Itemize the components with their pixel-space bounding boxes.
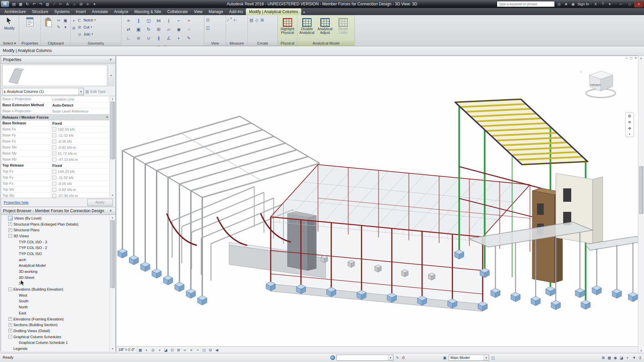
value-checkbox[interactable]	[52, 152, 56, 156]
ribbon-tab-add-ins[interactable]: Add-Ins	[226, 8, 246, 15]
viewcube[interactable]: ⌂ FRONT	[579, 67, 620, 104]
navigation-bar[interactable]: ◍ ⊕ ✥ ▾	[625, 112, 634, 137]
tree-item-3d-sheet[interactable]: 3D-Sheet	[1, 275, 110, 281]
edit-type-button[interactable]: ▦ Edit Type	[85, 88, 114, 95]
value-checkbox[interactable]	[52, 188, 56, 192]
property-value[interactable]: 31.72 kN-m	[51, 150, 110, 156]
doc-close-icon[interactable]: ×	[635, 56, 637, 60]
scroll-down-icon[interactable]: ▼	[110, 346, 115, 351]
properties-help-link[interactable]: Properties help	[4, 200, 29, 204]
close-icon[interactable]: ×	[108, 57, 113, 62]
doc-restore-icon[interactable]: □	[630, 56, 632, 60]
trim-corner-tool[interactable]: ∠	[164, 34, 174, 43]
cope-tool[interactable]: ∟	[123, 34, 133, 43]
ribbon-tab-architecture[interactable]: Architecture	[1, 8, 29, 15]
open-icon[interactable]: ▤	[11, 1, 17, 7]
exchange-apps-icon[interactable]: X	[593, 2, 598, 6]
crop-view-icon[interactable]: ⊡	[169, 347, 175, 353]
value-checkbox[interactable]	[52, 194, 56, 198]
pin-tool[interactable]: ◉	[174, 25, 184, 34]
match-type-tool[interactable]: ✎	[184, 34, 194, 43]
activate-view-icon[interactable]: ⊡	[206, 17, 210, 23]
tree-item-typ-col-iso-3[interactable]: TYP COL ISO - 3	[1, 239, 110, 245]
property-value[interactable]: -11.02 kN	[51, 132, 110, 138]
tree-item-typ-col-iso-2[interactable]: TYP COL ISO - 2	[1, 245, 110, 251]
scale-tool[interactable]: ▱	[164, 25, 174, 34]
select-pinned-icon[interactable]: ◉	[613, 356, 618, 360]
plus-expander-icon[interactable]: +	[8, 228, 12, 232]
design-options-icon[interactable]: ▣	[442, 356, 447, 360]
restore-button[interactable]: □	[625, 1, 634, 7]
hidden-lines-icon[interactable]: ◫	[206, 24, 210, 31]
match-properties-icon[interactable]: ✎	[55, 24, 62, 31]
copy-to-clipboard-icon[interactable]: ▣	[62, 17, 69, 24]
dimension-icon[interactable]: ⊢	[234, 17, 237, 23]
reveal-hidden-elements-icon[interactable]: ¤	[188, 347, 195, 353]
sun-path-icon[interactable]: ◎	[150, 347, 156, 353]
paste-options-icon[interactable]: ▾	[62, 24, 69, 31]
view-scale-button[interactable]: 1/8" = 1'-0"	[116, 347, 137, 353]
property-value[interactable]: -8.05 kN	[51, 138, 110, 144]
save-icon[interactable]: ▦	[17, 1, 24, 7]
select-underlay-icon[interactable]: ▦	[607, 356, 612, 360]
create-similar-icon[interactable]: ◇	[255, 17, 258, 23]
properties-title-bar[interactable]: Properties ×	[1, 56, 115, 64]
customize-qat-icon[interactable]: ▾	[91, 1, 98, 7]
minus-expander-icon[interactable]: −	[8, 288, 12, 291]
scroll-down-icon[interactable]: ▼	[638, 348, 644, 353]
property-value[interactable]: -0.82 kN-m	[51, 187, 110, 192]
pan-icon[interactable]: ✥	[628, 126, 631, 131]
select-panel-label[interactable]: Select ▾	[0, 40, 19, 46]
property-value[interactable]: Fixed	[51, 120, 110, 126]
tree-item-west[interactable]: West	[1, 292, 110, 298]
ribbon-tab-modify-analytical-columns[interactable]: Modify | Analytical Columns	[246, 8, 301, 15]
select-by-face-icon[interactable]: ◪	[619, 356, 624, 360]
reset-links-button[interactable]: Reset Links	[334, 16, 352, 35]
detail-level-icon[interactable]: ▦	[137, 347, 144, 353]
default-3d-view-icon[interactable]: ⌂	[71, 1, 77, 7]
close-icon[interactable]: ×	[108, 208, 113, 213]
section-icon[interactable]: ⊟	[78, 1, 84, 7]
close-button[interactable]: ×	[634, 1, 643, 7]
tree-item-structural-plans[interactable]: +Structural Plans	[1, 227, 110, 233]
drag-on-selection-icon[interactable]: +	[625, 356, 630, 360]
search-input[interactable]	[498, 2, 553, 6]
analytical-model-panel-label[interactable]: Analytical Model	[298, 40, 355, 46]
create-group-icon[interactable]: ▤	[250, 17, 253, 23]
3d-model-view[interactable]	[116, 56, 638, 347]
tree-item-3d-working[interactable]: 3D-working	[1, 268, 110, 275]
editable-only-icon[interactable]: ✎	[395, 356, 400, 360]
unpin-tool[interactable]: ○	[184, 25, 194, 34]
sign-in-button[interactable]: Sign In ▾	[578, 2, 591, 6]
value-checkbox[interactable]	[52, 176, 56, 180]
split-with-gap-tool[interactable]: ∦	[154, 34, 164, 43]
canvas-vertical-scrollbar[interactable]: ▲ ▼	[638, 56, 644, 353]
property-value[interactable]: Auto-Detect	[51, 102, 110, 108]
cut-to-clipboard-icon[interactable]: ✂	[55, 17, 62, 24]
scroll-down-icon[interactable]: ▼	[110, 193, 115, 198]
favorites-icon[interactable]: ★	[564, 2, 569, 6]
apply-button[interactable]: Apply	[87, 199, 113, 206]
view-panel-label[interactable]: View	[204, 40, 226, 46]
plus-expander-icon[interactable]: +	[8, 222, 12, 226]
tree-item-graphical-column-schedules[interactable]: −Graphical Column Schedules	[1, 334, 110, 340]
properties-scrollbar[interactable]: ▲ ▼	[109, 96, 115, 198]
value-checkbox[interactable]	[52, 158, 56, 162]
value-checkbox[interactable]	[52, 145, 56, 149]
undo-icon[interactable]: ↶	[31, 1, 37, 7]
geometry-panel-label[interactable]: Geometry	[71, 40, 121, 46]
paint-tool[interactable]: ◗	[174, 34, 184, 43]
scrollbar-thumb[interactable]	[110, 102, 115, 159]
minimize-button[interactable]: ─	[616, 1, 625, 7]
paint-bucket-icon[interactable]: ◗	[72, 17, 75, 24]
tree-item-typ-col-iso[interactable]: TYP COL ISO	[1, 251, 110, 257]
redo-icon[interactable]: ↷	[38, 1, 44, 7]
ribbon-tab-annotate[interactable]: Annotate	[89, 8, 111, 15]
chevron-down-icon[interactable]: ▾	[78, 88, 84, 95]
array-tool[interactable]: ⊞	[154, 25, 164, 34]
modify-button[interactable]: Modify	[1, 16, 18, 30]
active-workset-select[interactable]: ▾	[336, 355, 393, 361]
scroll-up-icon[interactable]: ▲	[110, 215, 115, 220]
property-value[interactable]: Base Level Reference	[51, 108, 110, 114]
visual-style-icon[interactable]: ◐	[144, 347, 150, 353]
